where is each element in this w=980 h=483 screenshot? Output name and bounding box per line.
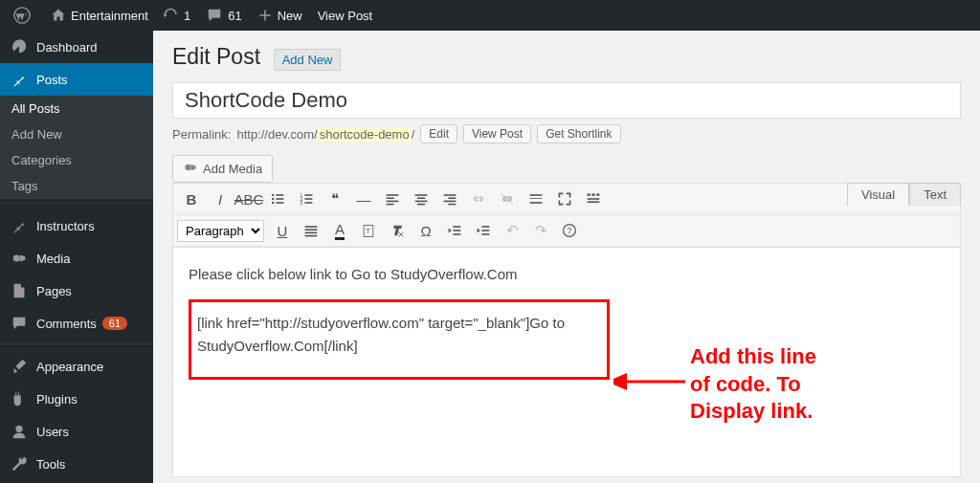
kitchen-sink-button[interactable] xyxy=(579,186,608,212)
justify-button[interactable] xyxy=(297,217,325,244)
view-post-button[interactable]: View Post xyxy=(463,124,531,143)
undo-button[interactable]: ↶ xyxy=(498,217,526,244)
svg-rect-36 xyxy=(305,226,318,228)
menu-plugins[interactable]: Plugins xyxy=(0,383,153,415)
svg-text:?: ? xyxy=(568,226,572,235)
hr-button[interactable]: ― xyxy=(349,186,378,212)
submenu-all-posts[interactable]: All Posts xyxy=(0,96,153,121)
strike-button[interactable]: ABC xyxy=(234,186,263,212)
comments-bar[interactable]: 61 xyxy=(198,0,249,31)
clear-format-button[interactable] xyxy=(383,217,412,244)
post-title-input[interactable] xyxy=(172,82,961,119)
edit-slug-button[interactable]: Edit xyxy=(420,124,457,143)
svg-rect-17 xyxy=(387,197,394,199)
fullscreen-button[interactable] xyxy=(550,186,579,212)
pin-icon xyxy=(10,217,29,234)
menu-appearance[interactable]: Appearance xyxy=(0,350,153,383)
media-icon xyxy=(183,160,198,178)
menu-dashboard-label: Dashboard xyxy=(36,40,98,55)
view-post-label: View Post xyxy=(318,9,373,23)
outdent-button[interactable] xyxy=(440,217,469,244)
editor-body[interactable]: Please click below link to Go to StudyOv… xyxy=(172,248,961,477)
svg-rect-18 xyxy=(387,201,399,203)
add-new-button[interactable]: Add New xyxy=(274,49,342,71)
svg-rect-31 xyxy=(588,193,590,195)
menu-dashboard[interactable]: Dashboard xyxy=(0,31,153,63)
svg-point-6 xyxy=(272,198,274,200)
unlink-button[interactable] xyxy=(493,186,522,212)
site-name[interactable]: Entertainment xyxy=(43,0,156,31)
format-select[interactable]: Paragraph xyxy=(177,220,264,242)
svg-rect-46 xyxy=(481,230,489,231)
menu-posts[interactable]: Posts xyxy=(0,63,153,96)
svg-rect-35 xyxy=(588,201,600,203)
submenu-add-new[interactable]: Add New xyxy=(0,121,153,147)
align-left-button[interactable] xyxy=(378,186,407,212)
align-center-button[interactable] xyxy=(407,186,435,212)
special-char-button[interactable]: Ω xyxy=(412,217,440,244)
editor-tabs: Visual Text xyxy=(847,183,961,206)
view-post-bar[interactable]: View Post xyxy=(310,0,381,31)
menu-media[interactable]: Media xyxy=(0,242,153,274)
svg-rect-22 xyxy=(415,201,428,203)
site-title-text: Entertainment xyxy=(71,9,148,23)
menu-instructors-label: Instructors xyxy=(36,219,95,233)
svg-rect-5 xyxy=(276,194,283,196)
arrow-icon xyxy=(613,372,690,391)
add-media-button[interactable]: Add Media xyxy=(172,155,273,183)
bullet-list-button[interactable] xyxy=(263,186,292,212)
tab-text[interactable]: Text xyxy=(909,183,961,206)
svg-rect-16 xyxy=(387,194,399,196)
menu-pages[interactable]: Pages xyxy=(0,274,153,307)
permalink-base: http://dev.com/ xyxy=(236,127,317,142)
svg-rect-32 xyxy=(591,193,594,195)
redo-button[interactable]: ↷ xyxy=(526,217,555,244)
svg-point-8 xyxy=(272,202,274,204)
new-content[interactable]: New xyxy=(250,0,310,31)
new-label: New xyxy=(278,9,302,23)
tab-visual[interactable]: Visual xyxy=(847,183,909,206)
help-button[interactable]: ? xyxy=(555,217,584,244)
svg-rect-13 xyxy=(304,198,312,200)
svg-point-3 xyxy=(185,165,190,170)
more-button[interactable] xyxy=(522,186,550,212)
align-right-button[interactable] xyxy=(435,186,464,212)
menu-appearance-label: Appearance xyxy=(36,360,103,374)
svg-rect-29 xyxy=(530,198,543,199)
menu-comments[interactable]: Comments 61 xyxy=(0,307,153,340)
highlight-box: [link href="http://studyoverflow.com" ta… xyxy=(189,299,610,380)
menu-posts-label: Posts xyxy=(36,73,68,87)
svg-rect-25 xyxy=(448,197,456,199)
brush-icon xyxy=(10,358,29,375)
svg-rect-26 xyxy=(444,201,457,203)
textcolor-button[interactable]: A xyxy=(325,217,354,244)
blockquote-button[interactable]: ❝ xyxy=(321,186,349,212)
get-shortlink-button[interactable]: Get Shortlink xyxy=(537,124,620,143)
svg-rect-47 xyxy=(481,233,489,235)
indent-button[interactable] xyxy=(469,217,498,244)
submenu-tags[interactable]: Tags xyxy=(0,173,153,199)
svg-rect-45 xyxy=(481,226,489,228)
menu-users-label: Users xyxy=(36,425,69,439)
submenu-categories[interactable]: Categories xyxy=(0,147,153,173)
link-button[interactable] xyxy=(464,186,493,212)
svg-rect-37 xyxy=(305,229,318,231)
code-line-1: [link href="http://studyoverflow.com" ta… xyxy=(197,312,597,335)
updates[interactable]: 1 xyxy=(156,0,198,31)
menu-users[interactable]: Users xyxy=(0,415,153,448)
svg-rect-19 xyxy=(387,204,394,206)
submenu-posts: All Posts Add New Categories Tags xyxy=(0,96,153,199)
svg-rect-34 xyxy=(588,198,600,200)
menu-instructors[interactable]: Instructors xyxy=(0,209,153,242)
paste-text-button[interactable]: T xyxy=(354,217,383,244)
number-list-button[interactable]: 123 xyxy=(292,186,321,212)
bold-button[interactable]: B xyxy=(177,186,206,212)
underline-button[interactable]: U xyxy=(268,217,297,244)
dashboard-icon xyxy=(10,38,29,55)
svg-rect-43 xyxy=(453,230,460,231)
menu-tools[interactable]: Tools xyxy=(0,448,153,480)
wp-logo[interactable] xyxy=(6,0,43,31)
italic-button[interactable]: I xyxy=(206,186,234,212)
menu-comments-label: Comments xyxy=(36,317,97,331)
add-media-label: Add Media xyxy=(203,162,262,176)
